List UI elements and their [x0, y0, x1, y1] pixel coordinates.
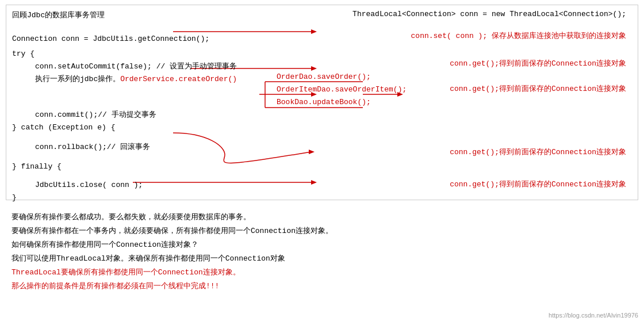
watermark: https://blog.csdn.net/Alvin19976 — [549, 312, 638, 319]
bottom-text-1: 要确保所有操作要么都成功。要么都失败，就必须要使用数据库的事务。 — [12, 211, 632, 224]
line-try: try { — [12, 48, 34, 60]
annotation-2: conn.get();得到前面保存的Connection连接对象 — [450, 58, 626, 68]
left-title: 回顾Jdbc的数据库事务管理 — [12, 10, 105, 20]
main-container: 回顾Jdbc的数据库事务管理 ThreadLocal<Connection> c… — [0, 0, 644, 321]
line-commit: conn.commit();// 手动提交事务 — [35, 109, 156, 121]
text-section: 要确保所有操作要么都成功。要么都失败，就必须要使用数据库的事务。 要确保所有操作… — [6, 206, 638, 293]
bottom-text-3: 如何确保所有操作都使用同一个Connection连接对象？ — [12, 238, 632, 252]
title-row: 回顾Jdbc的数据库事务管理 ThreadLocal<Connection> c… — [12, 10, 632, 20]
annotation-1: conn.set( conn ); 保存从数据库连接池中获取到的连接对象 — [411, 30, 626, 41]
bottom-text-6: 那么操作的前提条件是所有操作都必须在同一个线程中完成!!! — [12, 280, 632, 293]
annotation-3: conn.get();得到前面保存的Connection连接对象 — [450, 83, 626, 94]
line-orderservice: 执行一系列的jdbc操作。OrderService.createOrder() — [35, 73, 237, 86]
order-method-3: BookDao.updateBook(); — [277, 96, 371, 109]
line-end-brace: } — [12, 192, 17, 204]
line-connection: Connection conn = JdbcUtils.getConnectio… — [12, 33, 209, 45]
right-title: ThreadLocal<Connection> conn = new Threa… — [352, 10, 626, 18]
line-catch: } catch (Exception e) { — [12, 121, 115, 134]
bottom-text-2: 要确保所有操作都在一个事务内，就必须要确保，所有操作都使用同一个Connecti… — [12, 224, 632, 238]
code-area: 回顾Jdbc的数据库事务管理 ThreadLocal<Connection> c… — [12, 10, 632, 195]
order-method-2: OrderItemDao.saveOrderItem(); — [277, 83, 407, 96]
line-autocommit: conn.setAutoCommit(false); // 设置为手动管理事务 — [35, 60, 237, 73]
order-method-1: OrderDao.saveOrder(); — [277, 71, 371, 83]
line-rollback: conn.rollback();// 回滚事务 — [35, 141, 150, 154]
annotation-5: conn.get();得到前面保存的Connection连接对象 — [450, 179, 626, 189]
line-close: JdbcUtils.close( conn ); — [35, 179, 143, 192]
bottom-text-4: 我们可以使用ThreadLocal对象。来确保所有操作都使用同一个Connect… — [12, 252, 632, 266]
bottom-text-5: ThreadLocal要确保所有操作都使用同一个Connection连接对象。 — [12, 266, 632, 280]
annotation-4: conn.get();得到前面保存的Connection连接对象 — [450, 147, 626, 157]
line-finally: } finally { — [12, 160, 62, 173]
code-section: 回顾Jdbc的数据库事务管理 ThreadLocal<Connection> c… — [6, 5, 638, 200]
